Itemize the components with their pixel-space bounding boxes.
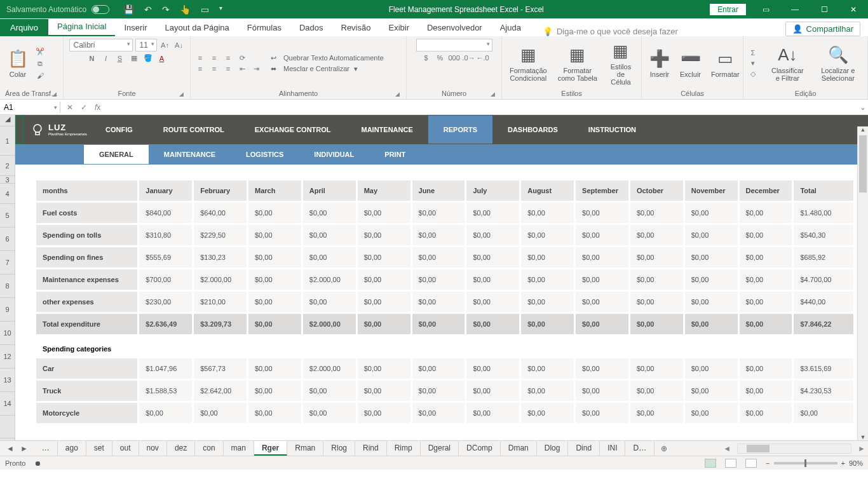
cell-value[interactable]: $0,00 [685, 225, 738, 245]
tab-home[interactable]: Página Inicial [48, 18, 115, 36]
cell-value[interactable]: March [248, 180, 301, 201]
scroll-thumb[interactable] [859, 135, 867, 193]
cell-value[interactable]: $0,00 [466, 225, 519, 245]
cell-value[interactable]: $0,00 [521, 225, 574, 245]
sheet-tab[interactable]: con [195, 441, 223, 456]
cell-value[interactable]: $0,00 [685, 247, 738, 268]
cell-value[interactable]: $2.642,00 [194, 381, 247, 401]
cell-value[interactable]: $0,00 [358, 403, 410, 423]
nav-item[interactable]: CONFIG [90, 116, 148, 144]
row-label[interactable]: Truck [36, 381, 137, 401]
cell-value[interactable]: May [358, 180, 410, 201]
cell-value[interactable]: Total [794, 180, 853, 201]
tab-formulas[interactable]: Fórmulas [238, 19, 290, 36]
cell-value[interactable]: February [194, 180, 247, 201]
cell-value[interactable]: $0,00 [521, 203, 574, 223]
cell-value[interactable]: $0,00 [794, 403, 853, 423]
name-box[interactable]: A1 [0, 102, 60, 113]
cell-value[interactable]: November [685, 180, 738, 201]
row-header[interactable]: 8 [0, 274, 15, 298]
cell-value[interactable]: $0,00 [521, 247, 574, 268]
cell-value[interactable]: $840,00 [139, 203, 192, 223]
cell-value[interactable]: $640,00 [194, 203, 247, 223]
touch-icon[interactable]: 👆 [180, 4, 191, 15]
cell-value[interactable]: $0,00 [358, 314, 410, 334]
align-top-icon[interactable]: ≡ [194, 54, 206, 62]
cell-value[interactable]: $1.047,96 [139, 358, 192, 379]
number-format-select[interactable] [416, 39, 492, 51]
minimize-icon[interactable]: — [780, 0, 810, 18]
cell-value[interactable]: October [630, 180, 683, 201]
cell-value[interactable]: $0,00 [358, 381, 410, 401]
cancel-icon[interactable]: ✕ [67, 103, 73, 112]
cell-value[interactable]: $0,00 [521, 314, 574, 334]
sheet-tab[interactable]: Rger [254, 441, 287, 456]
cell-value[interactable]: $1.588,53 [139, 381, 192, 401]
cell-value[interactable]: $229,50 [194, 225, 247, 245]
align-middle-icon[interactable]: ≡ [208, 54, 220, 62]
cell-value[interactable]: $2.000,00 [303, 269, 356, 290]
sheet-tab[interactable]: Rman [287, 441, 323, 456]
cell-value[interactable]: $0,00 [630, 381, 683, 401]
maximize-icon[interactable]: ☐ [810, 0, 839, 18]
cell-value[interactable]: $0,00 [685, 381, 738, 401]
cell-value[interactable]: $0,00 [630, 247, 683, 268]
sheet-tab[interactable]: Rimp [387, 441, 421, 456]
cell-value[interactable]: $0,00 [248, 203, 301, 223]
row-header[interactable]: 12 [0, 345, 15, 369]
cell-value[interactable]: $0,00 [358, 247, 410, 268]
cell-value[interactable]: $0,00 [740, 269, 792, 290]
cell-value[interactable]: July [466, 180, 519, 201]
delete-cells-button[interactable]: ➖Excluir [676, 49, 705, 78]
scroll-up-icon[interactable]: ▲ [858, 126, 868, 133]
cell-value[interactable]: $0,00 [248, 403, 301, 423]
cell-value[interactable]: $0,00 [630, 269, 683, 290]
tab-review[interactable]: Revisão [332, 19, 380, 36]
cell-value[interactable]: $0,00 [576, 358, 628, 379]
cell-value[interactable]: $0,00 [466, 203, 519, 223]
cell-value[interactable]: $0,00 [740, 314, 792, 334]
fx-icon[interactable]: fx [95, 103, 100, 112]
cell-value[interactable]: $567,73 [194, 358, 247, 379]
cell-value[interactable]: $0,00 [630, 203, 683, 223]
cell-value[interactable]: $0,00 [412, 381, 465, 401]
save-icon[interactable]: 💾 [123, 4, 134, 15]
tab-file[interactable]: Arquivo [0, 19, 48, 36]
cell-value[interactable]: $2.000,00 [303, 314, 356, 334]
cell-value[interactable]: January [139, 180, 192, 201]
wrap-text-button[interactable]: ↩ Quebrar Texto Automaticamente [271, 54, 384, 62]
cell-value[interactable]: $0,00 [248, 269, 301, 290]
nav-item[interactable]: EXCHANGE CONTROL [240, 116, 346, 144]
cell-value[interactable]: $0,00 [139, 403, 192, 423]
orientation-icon[interactable]: ⟳ [236, 54, 248, 62]
sheet-tab[interactable]: dez [167, 441, 195, 456]
cell-value[interactable]: $7.846,22 [794, 314, 853, 334]
font-name-select[interactable]: Calibri [69, 39, 133, 51]
subnav-item[interactable]: MAINTENANCE [149, 145, 231, 164]
fill-color-icon[interactable]: 🪣 [142, 54, 154, 62]
merge-center-button[interactable]: ⬌ Mesclar e Centralizar ▾ [271, 65, 384, 73]
horizontal-scrollbar[interactable] [737, 444, 851, 454]
share-button[interactable]: 👤 Compartilhar [785, 22, 860, 36]
cell-value[interactable]: $0,00 [740, 403, 792, 423]
cell-value[interactable]: $0,00 [466, 292, 519, 312]
cell-value[interactable]: $0,00 [740, 203, 792, 223]
cell-value[interactable]: $700,00 [139, 269, 192, 290]
cell-value[interactable]: $0,00 [521, 269, 574, 290]
scroll-down-icon[interactable]: ▼ [858, 434, 868, 440]
cell-value[interactable]: June [412, 180, 465, 201]
cell-value[interactable]: $0,00 [685, 358, 738, 379]
cell-value[interactable]: $0,00 [412, 247, 465, 268]
cut-icon[interactable]: ✂️ [34, 48, 46, 56]
cell-styles-button[interactable]: ▦Estilos de Célula [604, 41, 637, 86]
cell-value[interactable]: $0,00 [303, 225, 356, 245]
sheet-tab[interactable]: Dman [501, 441, 537, 456]
cell-value[interactable]: $0,00 [521, 403, 574, 423]
zoom-in-icon[interactable]: + [841, 459, 845, 467]
sheet-tab[interactable]: set [86, 441, 112, 456]
row-header[interactable]: 14 [0, 392, 15, 416]
comma-icon[interactable]: 000 [449, 54, 460, 62]
cell-value[interactable]: $0,00 [576, 225, 628, 245]
sheet-tab[interactable]: … [34, 441, 58, 456]
font-size-select[interactable]: 11 [135, 39, 157, 51]
